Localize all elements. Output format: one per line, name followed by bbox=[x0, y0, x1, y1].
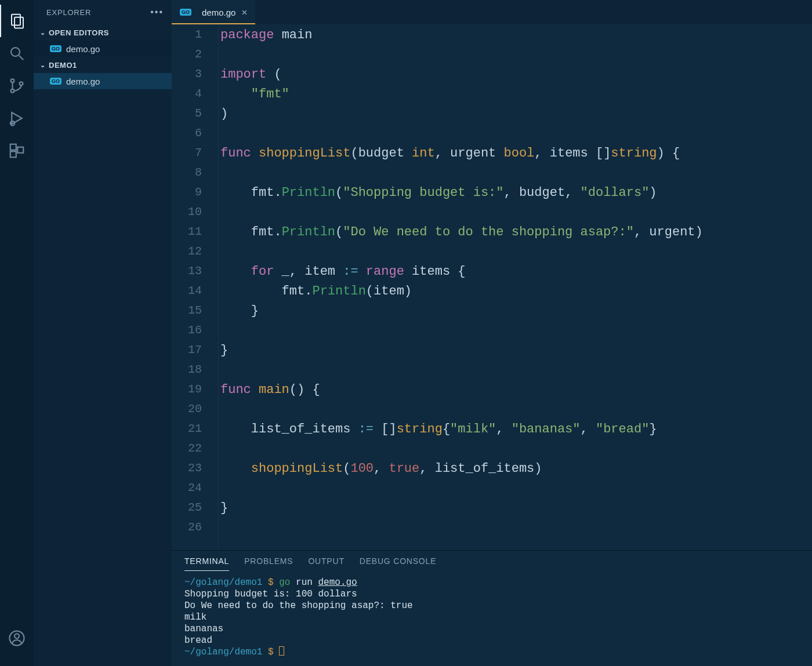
svg-rect-10 bbox=[17, 147, 23, 153]
explorer-icon[interactable] bbox=[0, 5, 34, 37]
line-number: 16 bbox=[172, 323, 218, 343]
line-number: 22 bbox=[172, 442, 218, 461]
line-number: 17 bbox=[172, 343, 218, 363]
panel-tab-terminal[interactable]: TERMINAL bbox=[184, 556, 229, 571]
code-editor[interactable]: 1234567891011121314151617181920212223242… bbox=[172, 24, 812, 550]
chevron-down-icon: ⌄ bbox=[38, 29, 48, 37]
code-line[interactable]: shoppingList(100, true, list_of_items) bbox=[218, 461, 812, 481]
svg-point-4 bbox=[11, 79, 14, 82]
line-number: 23 bbox=[172, 461, 218, 481]
code-line[interactable] bbox=[218, 205, 812, 225]
code-line[interactable]: } bbox=[218, 501, 812, 521]
open-editors-header[interactable]: ⌄ OPEN EDITORS bbox=[34, 24, 172, 41]
extensions-icon[interactable] bbox=[0, 134, 34, 167]
panel-tabs: TERMINALPROBLEMSOUTPUTDEBUG CONSOLE bbox=[172, 551, 812, 571]
line-number: 20 bbox=[172, 402, 218, 422]
code-line[interactable] bbox=[218, 245, 812, 264]
line-number: 24 bbox=[172, 481, 218, 501]
close-icon[interactable]: × bbox=[241, 8, 247, 17]
go-lang-badge: GO bbox=[180, 9, 191, 16]
explorer-sidebar: EXPLORER ••• ⌄ OPEN EDITORS GO demo.go ⌄… bbox=[34, 0, 172, 666]
line-number: 26 bbox=[172, 521, 218, 540]
code-line[interactable]: fmt.Println("Do We need to do the shoppi… bbox=[218, 225, 812, 245]
line-number: 19 bbox=[172, 383, 218, 402]
editor-tab-label: demo.go bbox=[202, 8, 235, 17]
code-line[interactable] bbox=[218, 126, 812, 146]
code-line[interactable]: "fmt" bbox=[218, 87, 812, 107]
editor-tab[interactable]: GO demo.go × bbox=[172, 0, 255, 24]
project-header[interactable]: ⌄ DEMO1 bbox=[34, 57, 172, 73]
main-column: GO demo.go × 123456789101112131415161718… bbox=[172, 0, 812, 666]
code-line[interactable]: ) bbox=[218, 107, 812, 126]
code-line[interactable]: fmt.Println("Shopping budget is:", budge… bbox=[218, 185, 812, 205]
editor-tabs: GO demo.go × bbox=[172, 0, 812, 24]
go-lang-badge: GO bbox=[50, 45, 61, 52]
terminal-output[interactable]: ~/golang/demo1 $ go run demo.go Shopping… bbox=[172, 571, 812, 666]
code-line[interactable] bbox=[218, 363, 812, 383]
line-number: 7 bbox=[172, 146, 218, 166]
source-control-icon[interactable] bbox=[0, 70, 34, 102]
line-number: 9 bbox=[172, 185, 218, 205]
svg-point-6 bbox=[20, 82, 23, 85]
explorer-title-row: EXPLORER ••• bbox=[34, 0, 172, 24]
svg-rect-1 bbox=[14, 17, 23, 28]
code-line[interactable] bbox=[218, 166, 812, 185]
explorer-title: EXPLORER bbox=[46, 8, 91, 17]
file-tree-item[interactable]: GO demo.go bbox=[34, 73, 172, 89]
code-line[interactable] bbox=[218, 323, 812, 343]
code-line[interactable]: import ( bbox=[218, 67, 812, 87]
line-number: 3 bbox=[172, 67, 218, 87]
code-line[interactable] bbox=[218, 442, 812, 461]
account-icon[interactable] bbox=[0, 622, 34, 654]
code-line[interactable]: for _, item := range items { bbox=[218, 264, 812, 284]
svg-rect-8 bbox=[10, 144, 16, 150]
line-number: 5 bbox=[172, 107, 218, 126]
svg-rect-9 bbox=[10, 151, 16, 157]
code-line[interactable]: } bbox=[218, 343, 812, 363]
code-line[interactable]: func shoppingList(budget int, urgent boo… bbox=[218, 146, 812, 166]
explorer-more-icon[interactable]: ••• bbox=[150, 7, 164, 17]
code-line[interactable]: fmt.Println(item) bbox=[218, 284, 812, 304]
line-number: 10 bbox=[172, 205, 218, 225]
project-label: DEMO1 bbox=[49, 61, 77, 70]
line-number: 25 bbox=[172, 501, 218, 521]
code-area[interactable]: package mainimport ( "fmt")func shopping… bbox=[218, 24, 812, 550]
code-line[interactable] bbox=[218, 48, 812, 67]
svg-point-5 bbox=[11, 89, 14, 93]
panel-tab-problems[interactable]: PROBLEMS bbox=[244, 556, 293, 571]
code-line[interactable]: func main() { bbox=[218, 383, 812, 402]
code-line[interactable]: package main bbox=[218, 28, 812, 48]
line-number: 6 bbox=[172, 126, 218, 146]
svg-point-12 bbox=[14, 634, 19, 638]
open-editor-item[interactable]: GO demo.go bbox=[34, 41, 172, 57]
search-icon[interactable] bbox=[0, 37, 34, 70]
code-line[interactable]: } bbox=[218, 304, 812, 323]
line-number: 12 bbox=[172, 245, 218, 264]
line-number-gutter: 1234567891011121314151617181920212223242… bbox=[172, 24, 218, 550]
line-number: 4 bbox=[172, 87, 218, 107]
code-line[interactable] bbox=[218, 481, 812, 501]
run-debug-icon[interactable] bbox=[0, 102, 34, 134]
svg-rect-0 bbox=[12, 14, 20, 26]
line-number: 11 bbox=[172, 225, 218, 245]
panel-tab-debug-console[interactable]: DEBUG CONSOLE bbox=[360, 556, 437, 571]
line-number: 1 bbox=[172, 28, 218, 48]
line-number: 21 bbox=[172, 422, 218, 442]
line-number: 2 bbox=[172, 48, 218, 67]
line-number: 18 bbox=[172, 363, 218, 383]
svg-point-2 bbox=[11, 48, 20, 56]
open-editor-filename: demo.go bbox=[66, 44, 100, 54]
file-tree-filename: demo.go bbox=[66, 77, 100, 86]
line-number: 15 bbox=[172, 304, 218, 323]
panel-tab-output[interactable]: OUTPUT bbox=[308, 556, 344, 571]
line-number: 13 bbox=[172, 264, 218, 284]
line-number: 8 bbox=[172, 166, 218, 185]
activity-bar bbox=[0, 0, 34, 666]
chevron-down-icon: ⌄ bbox=[38, 61, 48, 69]
code-line[interactable]: list_of_items := []string{"milk", "banan… bbox=[218, 422, 812, 442]
open-editors-label: OPEN EDITORS bbox=[49, 28, 109, 37]
svg-line-3 bbox=[19, 56, 24, 60]
code-line[interactable] bbox=[218, 521, 812, 540]
code-line[interactable] bbox=[218, 402, 812, 422]
go-lang-badge: GO bbox=[50, 78, 61, 85]
